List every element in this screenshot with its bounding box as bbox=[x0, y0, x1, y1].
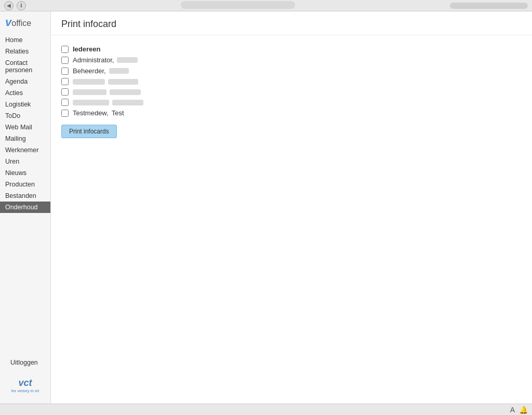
sidebar-item-relaties[interactable]: Relaties bbox=[0, 46, 50, 57]
list-item bbox=[61, 87, 522, 97]
blurred-surname bbox=[117, 57, 138, 63]
sidebar-item-uren[interactable]: Uren bbox=[0, 156, 50, 167]
list-item: Iedereen bbox=[61, 44, 522, 55]
sidebar-item-acties[interactable]: Acties bbox=[0, 87, 50, 99]
sidebar-footer: Uitloggen bbox=[0, 352, 50, 373]
person5-checkbox[interactable] bbox=[61, 99, 69, 106]
sidebar: voffice Home Relaties Contact personen A… bbox=[0, 11, 51, 404]
testmedew-checkbox[interactable] bbox=[61, 110, 69, 117]
sidebar-item-agenda[interactable]: Agenda bbox=[0, 76, 50, 87]
blurred-firstname bbox=[73, 79, 105, 85]
person-label: Testmedew, Test bbox=[73, 109, 124, 117]
administrator-checkbox[interactable] bbox=[61, 57, 69, 64]
blurred-surname bbox=[108, 79, 138, 85]
blurred-firstname bbox=[73, 89, 107, 95]
url-bar[interactable] bbox=[181, 1, 295, 9]
browser-top-bar: ◀ ℹ bbox=[0, 0, 532, 11]
sidebar-nav: Home Relaties Contact personen Agenda Ac… bbox=[0, 34, 50, 352]
blurred-surname bbox=[110, 89, 141, 95]
sidebar-item-logistiek[interactable]: Logistiek bbox=[0, 99, 50, 110]
sidebar-item-home[interactable]: Home bbox=[0, 34, 50, 46]
sidebar-item-mailing[interactable]: Mailing bbox=[0, 133, 50, 144]
logout-link[interactable]: Uitloggen bbox=[5, 357, 45, 368]
page-body: Iedereen Administrator, Beheerder, bbox=[51, 35, 532, 146]
sidebar-item-producten[interactable]: Producten bbox=[0, 179, 50, 190]
person4-checkbox[interactable] bbox=[61, 88, 69, 96]
top-bar-right-area bbox=[450, 3, 528, 9]
person-label bbox=[73, 79, 138, 85]
iedereen-checkbox[interactable] bbox=[61, 46, 69, 53]
list-item: Administrator, bbox=[61, 55, 522, 65]
font-icon[interactable]: A bbox=[510, 406, 515, 414]
vct-tagline: for victory in ict bbox=[11, 389, 39, 393]
person3-checkbox[interactable] bbox=[61, 78, 69, 85]
list-item: Beheerder, bbox=[61, 65, 522, 76]
person-name: Testmedew, bbox=[73, 109, 109, 117]
person-name: Administrator, bbox=[73, 56, 114, 64]
blurred-surname bbox=[109, 68, 129, 74]
logo-office: office bbox=[11, 19, 31, 28]
list-item: Testmedew, Test bbox=[61, 108, 522, 118]
blurred-surname bbox=[112, 100, 143, 105]
sidebar-item-todo[interactable]: ToDo bbox=[0, 110, 50, 122]
logo-v: v bbox=[5, 16, 11, 29]
page-title: Print infocard bbox=[51, 11, 532, 35]
bell-icon[interactable]: 🔔 bbox=[519, 406, 528, 414]
person-list: Iedereen Administrator, Beheerder, bbox=[61, 44, 522, 118]
sidebar-item-bestanden[interactable]: Bestanden bbox=[0, 190, 50, 202]
person-label bbox=[73, 89, 141, 95]
print-infocards-button[interactable]: Print infocards bbox=[61, 125, 117, 138]
app-logo: voffice bbox=[0, 11, 50, 34]
person-label: Beheerder, bbox=[73, 67, 129, 75]
list-item bbox=[61, 97, 522, 108]
sidebar-item-nieuws[interactable]: Nieuws bbox=[0, 167, 50, 179]
person-name: Beheerder, bbox=[73, 67, 106, 75]
beheerder-checkbox[interactable] bbox=[61, 68, 69, 75]
person-label: Administrator, bbox=[73, 56, 138, 64]
sidebar-item-contactpersonen[interactable]: Contact personen bbox=[0, 57, 50, 76]
sidebar-item-onderhoud[interactable]: Onderhoud bbox=[0, 202, 50, 213]
blurred-firstname bbox=[73, 100, 109, 105]
browser-bottom-bar: A 🔔 bbox=[0, 404, 532, 415]
vct-logo-text: vct bbox=[18, 378, 32, 389]
vct-logo-area: vct for victory in ict bbox=[0, 373, 50, 404]
person-label: Iedereen bbox=[73, 45, 100, 53]
sidebar-item-werknemer[interactable]: Werknemer bbox=[0, 144, 50, 156]
person-suffix: Test bbox=[112, 109, 124, 117]
list-item bbox=[61, 76, 522, 87]
main-content: Print infocard Iedereen Administrator, bbox=[51, 11, 532, 404]
sidebar-item-webmail[interactable]: Web Mail bbox=[0, 122, 50, 133]
person-label bbox=[73, 100, 143, 105]
back-button[interactable]: ◀ bbox=[4, 1, 14, 10]
info-button[interactable]: ℹ bbox=[17, 1, 26, 10]
url-bar-area bbox=[30, 1, 446, 10]
